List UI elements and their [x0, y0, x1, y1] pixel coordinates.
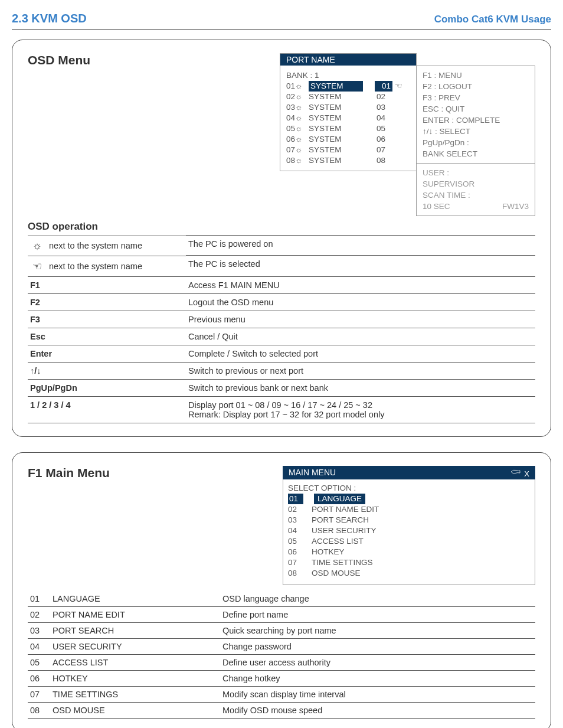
op-desc: Cancel / Quit — [186, 328, 535, 345]
menu-name: PORT SEARCH — [312, 515, 369, 525]
menu-desc-name: ACCESS LIST — [50, 654, 220, 670]
port-name: SYSTEM — [309, 155, 359, 166]
op-row: PgUp/PgDnSwitch to previous bank or next… — [28, 379, 535, 396]
port-num: 01☼ — [286, 81, 309, 92]
f1-main-menu-panel: F1 Main Menu MAIN MENU X SELECT OPTION :… — [12, 452, 551, 729]
sun-icon: ☼ — [295, 92, 303, 101]
op-key-note: next to the system name — [49, 241, 142, 250]
scan-time-label: SCAN TIME : — [423, 190, 474, 201]
hint-line: BANK SELECT — [423, 148, 529, 159]
menu-desc-text: Change hotkey — [220, 670, 535, 686]
port-row: 06☼SYSTEM06 — [286, 134, 410, 145]
op-row: ☜next to the system nameThe PC is select… — [28, 256, 535, 277]
op-key: Esc — [28, 328, 186, 345]
menu-num: 07 — [288, 557, 301, 568]
port-name: SYSTEM — [309, 123, 359, 134]
port-num2: 07 — [371, 145, 385, 155]
hint-line: F1 : MENU — [423, 70, 529, 81]
sun-icon: ☼ — [295, 135, 303, 143]
main-menu-item: 04USER SECURITY — [288, 525, 530, 536]
port-num2: 06 — [371, 134, 385, 145]
menu-desc-num: 01 — [28, 591, 50, 607]
osd-operation-table: ☼next to the system nameThe PC is powere… — [28, 235, 535, 423]
op-row: F1Access F1 MAIN MENU — [28, 276, 535, 293]
menu-desc-row: 07TIME SETTINGSModify scan display time … — [28, 686, 535, 702]
main-menu-item: 06HOTKEY — [288, 547, 530, 557]
bank-label: BANK : 1 — [286, 70, 410, 81]
sun-icon: ☼ — [295, 145, 303, 154]
port-num: 08☼ — [286, 155, 309, 166]
port-num: 06☼ — [286, 134, 309, 145]
hint-line: F3 : PREV — [423, 92, 529, 103]
op-key: ↑/↓ — [28, 362, 186, 379]
port-row: 01☼SYSTEM01☜ — [286, 81, 410, 92]
scan-time-sec: 10 SEC — [423, 201, 474, 212]
menu-desc-name: TIME SETTINGS — [50, 686, 220, 702]
menu-desc-row: 01LANGUAGEOSD language change — [28, 591, 535, 607]
port-num2: 02 — [371, 92, 385, 102]
menu-name: PORT NAME EDIT — [312, 504, 379, 515]
menu-desc-num: 05 — [28, 654, 50, 670]
main-menu-header-label: MAIN MENU — [289, 468, 336, 477]
port-name: SYSTEM — [309, 102, 359, 113]
op-row: F3Previous menu — [28, 311, 535, 328]
user-label: USER : — [423, 167, 474, 178]
main-menu-item: 08OSD MOUSE — [288, 568, 530, 579]
osd-menu-title: OSD Menu — [28, 53, 90, 67]
main-menu-item: 02PORT NAME EDIT — [288, 504, 530, 515]
user-role: SUPERVISOR — [423, 178, 474, 190]
op-key: 1 / 2 / 3 / 4 — [28, 396, 186, 423]
menu-desc-name: LANGUAGE — [50, 591, 220, 607]
menu-num: 02 — [288, 504, 301, 515]
hint-line: PgUp/PgDn : — [423, 137, 529, 148]
port-row: 03☼SYSTEM03 — [286, 102, 410, 113]
usage-title: Combo Cat6 KVM Usage — [434, 14, 551, 25]
sun-icon: ☼ — [295, 124, 303, 133]
op-desc: Complete / Switch to selected port — [186, 345, 535, 362]
menu-name: ACCESS LIST — [312, 536, 364, 547]
sun-icon: ☼ — [295, 156, 303, 165]
menu-desc-num: 06 — [28, 670, 50, 686]
menu-desc-num: 04 — [28, 638, 50, 654]
menu-desc-text: OSD language change — [220, 591, 535, 607]
osd-menu-panel: OSD Menu PORT NAME BANK : 1 01☼SYSTEM01☜… — [12, 40, 551, 437]
main-menu-header: MAIN MENU X — [283, 466, 535, 479]
main-menu-item: 07TIME SETTINGS — [288, 557, 530, 568]
menu-desc-name: HOTKEY — [50, 670, 220, 686]
menu-num: 08 — [288, 568, 301, 579]
sun-icon: ☼ — [295, 113, 303, 122]
port-num2: 03 — [371, 102, 385, 113]
menu-num: 05 — [288, 536, 301, 547]
menu-desc-name: PORT SEARCH — [50, 622, 220, 638]
hand-icon: ☜ — [395, 81, 402, 92]
port-row: 02☼SYSTEM02 — [286, 92, 410, 102]
menu-num: 03 — [288, 515, 301, 525]
port-name: SYSTEM — [309, 113, 359, 123]
hand-icon: ☜ — [30, 260, 44, 273]
menu-desc-row: 06HOTKEYChange hotkey — [28, 670, 535, 686]
close-icon: X — [510, 467, 529, 478]
op-desc: Logout the OSD menu — [186, 293, 535, 311]
port-num: 03☼ — [286, 102, 309, 113]
op-row: 1 / 2 / 3 / 4Display port 01 ~ 08 / 09 ~… — [28, 396, 535, 423]
main-menu-item: 01LANGUAGE — [288, 494, 530, 504]
op-desc: The PC is selected — [186, 256, 535, 277]
hint-line: F2 : LOGOUT — [423, 81, 529, 92]
op-desc: Previous menu — [186, 311, 535, 328]
port-row: 04☼SYSTEM04 — [286, 113, 410, 123]
hint-line: ENTER : COMPLETE — [423, 115, 529, 126]
op-desc: Access F1 MAIN MENU — [186, 276, 535, 293]
op-row: EnterComplete / Switch to selected port — [28, 345, 535, 362]
main-menu-body: SELECT OPTION : 01LANGUAGE02PORT NAME ED… — [283, 479, 535, 585]
port-num: 04☼ — [286, 113, 309, 123]
main-menu-item: 05ACCESS LIST — [288, 536, 530, 547]
op-key: ☜next to the system name — [28, 256, 186, 276]
hint-line: ESC : QUIT — [423, 103, 529, 115]
menu-name: USER SECURITY — [312, 525, 377, 536]
port-name: SYSTEM — [309, 134, 359, 145]
op-row: EscCancel / Quit — [28, 328, 535, 345]
menu-desc-text: Modify OSD mouse speed — [220, 702, 535, 718]
op-row: ↑/↓Switch to previous or next port — [28, 362, 535, 379]
port-num: 07☼ — [286, 145, 309, 155]
menu-desc-row: 05ACCESS LISTDefine user access authorit… — [28, 654, 535, 670]
